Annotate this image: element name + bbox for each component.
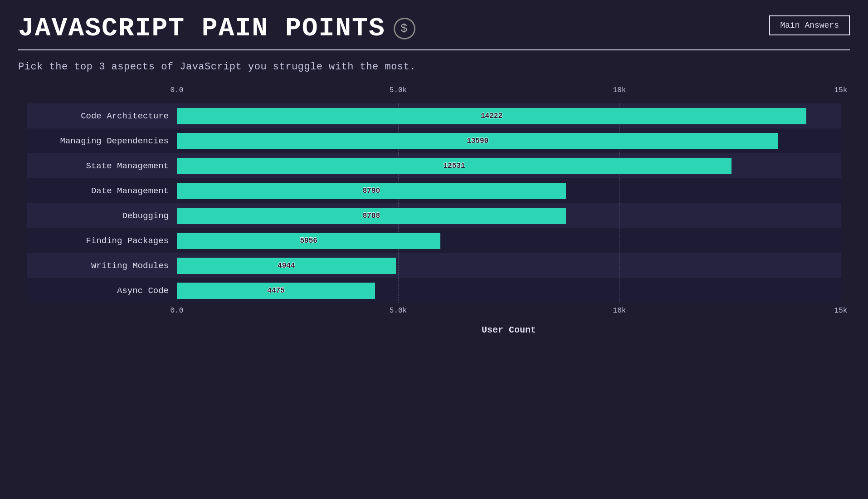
bar-row: Async Code4475 [27,278,841,303]
grid-line [619,203,620,228]
bar-value: 4944 [278,262,295,270]
axis-top-label: 10k [613,86,626,94]
bar-label: Managing Dependencies [27,136,177,146]
bar: 4475 [177,283,375,299]
bar: 14222 [177,108,806,124]
grid-line [841,253,841,278]
bar-value: 5956 [300,237,317,245]
bar-area: 13590 [177,128,841,153]
grid-line [841,203,841,228]
bar-area: 4475 [177,278,841,303]
axis-top-label: 15k [834,86,848,94]
axis-bottom-label: 10k [613,307,626,315]
bar-value: 4475 [267,287,284,295]
bar-row: Managing Dependencies13590 [27,128,841,153]
bar-label: Async Code [27,286,177,296]
axis-top-label: 0.0 [171,86,184,94]
bar-label: Writing Modules [27,261,177,271]
bar: 13590 [177,133,778,149]
grid-line [398,253,399,278]
bar: 5956 [177,233,440,249]
page-title: JAVASCRIPT PAIN POINTS $ [18,14,415,43]
grid-line [619,228,620,253]
axis-top-label: 5.0k [390,86,407,94]
bar: 8788 [177,208,566,224]
bar-label: Finding Packages [27,236,177,246]
bar: 12531 [177,158,731,174]
bar-label: Code Architecture [27,111,177,121]
bar: 8790 [177,183,566,199]
bar-row: State Management12531 [27,153,841,178]
title-text: JAVASCRIPT PAIN POINTS [18,14,385,43]
axis-bottom-label: 15k [834,307,848,315]
bar-area: 5956 [177,228,841,253]
grid-line [619,278,620,303]
axis-top: 0.05.0k10k15k [177,86,841,100]
grid-line [841,103,841,128]
grid-line [841,278,841,303]
bar-value: 13590 [467,137,488,145]
bar-row: Writing Modules4944 [27,253,841,278]
grid-line [619,178,620,203]
bar-area: 14222 [177,103,841,128]
bar-area: 8788 [177,203,841,228]
chart-body: Code Architecture14222Managing Dependenc… [27,103,841,303]
grid-line [841,128,841,153]
bar-label: Date Management [27,186,177,196]
bar-row: Debugging8788 [27,203,841,228]
bar-value: 14222 [481,112,502,120]
grid-line [398,278,399,303]
bar-label: Debugging [27,211,177,221]
bar: 4944 [177,258,396,274]
grid-line [841,228,841,253]
bar-area: 4944 [177,253,841,278]
grid-line [841,153,841,178]
bar-value: 12531 [444,162,465,170]
bar-area: 12531 [177,153,841,178]
subtitle: Pick the top 3 aspects of JavaScript you… [18,61,850,73]
bar-value: 8790 [363,187,380,195]
x-axis-title: User Count [177,325,841,335]
dollar-icon: $ [394,18,415,39]
grid-line [841,178,841,203]
axis-bottom-label: 5.0k [390,307,407,315]
bar-row: Code Architecture14222 [27,103,841,128]
header: JAVASCRIPT PAIN POINTS $ Main Answers [18,14,850,50]
chart-container: 0.05.0k10k15k Code Architecture14222Mana… [18,86,850,335]
bar-area: 8790 [177,178,841,203]
grid-line [619,253,620,278]
axis-bottom: 0.05.0k10k15k [177,307,841,320]
axis-bottom-label: 0.0 [171,307,184,315]
bar-row: Date Management8790 [27,178,841,203]
bar-label: State Management [27,161,177,171]
bar-value: 8788 [363,212,380,220]
bar-row: Finding Packages5956 [27,228,841,253]
main-answers-button[interactable]: Main Answers [769,15,850,35]
